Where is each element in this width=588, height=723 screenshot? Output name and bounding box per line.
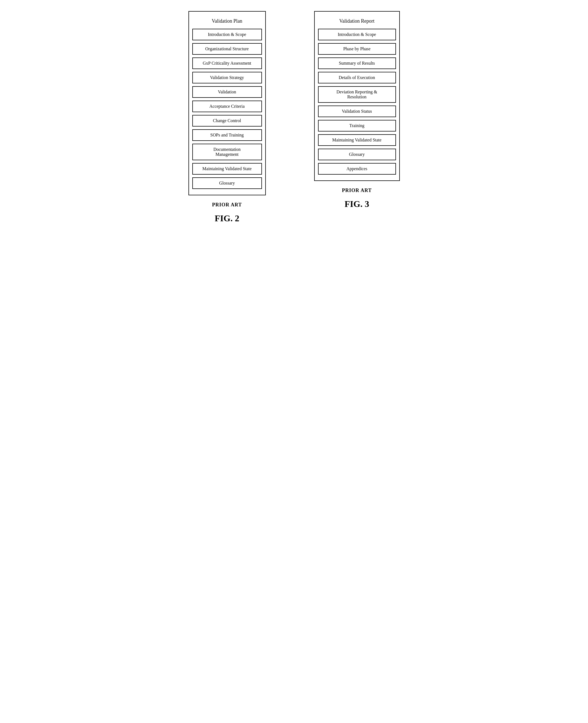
fig3-label: FIG. 3: [344, 199, 369, 209]
fig2-container: Validation Plan Introduction & Scope Org…: [188, 11, 266, 224]
fig3-title: Validation Report: [335, 16, 379, 27]
fig3-outer-box: Validation Report Introduction & Scope P…: [314, 11, 400, 181]
fig3-item-5: Validation Status: [318, 106, 396, 117]
fig3-item-3: Details of Execution: [318, 72, 396, 83]
fig2-item-1: Organizational Structure: [192, 43, 262, 55]
fig3-prior-art: PRIOR ART: [342, 188, 372, 193]
fig2-prior-art: PRIOR ART: [212, 202, 242, 208]
fig2-outer-box: Validation Plan Introduction & Scope Org…: [188, 11, 266, 195]
fig2-item-7: SOPs and Training: [192, 129, 262, 141]
fig2-item-8: DocumentationManagement: [192, 144, 262, 160]
fig2-item-10: Glossary: [192, 177, 262, 189]
fig3-item-9: Appendices: [318, 163, 396, 175]
fig2-item-6: Change Control: [192, 115, 262, 127]
page: Validation Plan Introduction & Scope Org…: [170, 11, 418, 224]
fig3-container: Validation Report Introduction & Scope P…: [314, 11, 400, 209]
fig3-item-0: Introduction & Scope: [318, 29, 396, 40]
fig3-item-2: Summary of Results: [318, 58, 396, 69]
fig3-item-4: Deviation Reporting &Resolution: [318, 86, 396, 103]
fig2-item-5: Acceptance Criteria: [192, 101, 262, 112]
fig2-label: FIG. 2: [215, 213, 239, 224]
fig3-item-7: Maintaining Validated State: [318, 134, 396, 146]
fig2-title: Validation Plan: [207, 16, 247, 27]
fig3-item-1: Phase by Phase: [318, 43, 396, 55]
fig2-item-4: Validation: [192, 86, 262, 98]
fig2-item-3: Validation Strategy: [192, 72, 262, 83]
fig3-item-8: Glossary: [318, 149, 396, 160]
fig2-item-9: Maintaining Validated State: [192, 163, 262, 175]
fig3-item-6: Training: [318, 120, 396, 131]
fig2-item-2: GxP Criticality Assessment: [192, 58, 262, 69]
fig2-item-0: Introduction & Scope: [192, 29, 262, 40]
